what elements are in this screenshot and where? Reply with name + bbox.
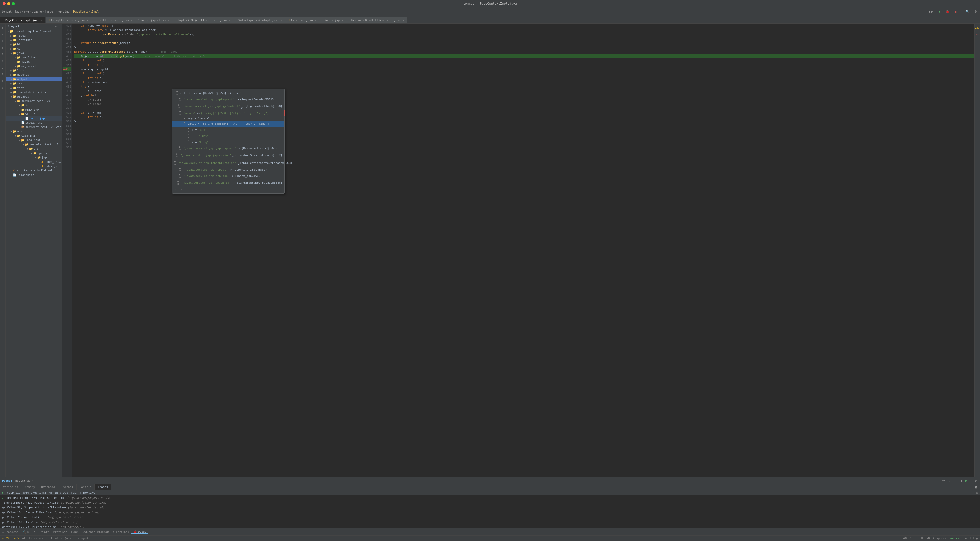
popup-row-jspresponse[interactable]: ▶ ≡ "javax.servlet.jsp.jspResponse" -> {… xyxy=(172,145,285,151)
tree-js[interactable]: ▶ 📁 js xyxy=(6,103,62,108)
filter-icon[interactable]: ⊟ xyxy=(974,485,978,490)
right-icon-error[interactable]: ⚠5 xyxy=(975,32,980,37)
tree-comluban[interactable]: ▶ 📁 com.luban xyxy=(6,55,62,60)
indent[interactable]: 4 spaces xyxy=(933,537,947,540)
popup-row-jspconfig[interactable]: ▶ ≡ "javax.servlet.jsp.jspConfig" -> {St… xyxy=(172,179,285,187)
tab-implicitobjel[interactable]: J ImplicitObjectELResolver.java × xyxy=(172,17,233,23)
frame-item-6[interactable]: getValue:187, ValueExpressionImpl (org.a… xyxy=(0,525,980,528)
bottom-tab-profiler[interactable]: Profiler xyxy=(51,530,69,533)
cursor-position[interactable]: 489:1 xyxy=(903,537,912,540)
tab-close[interactable]: × xyxy=(168,19,169,22)
debug-tab-variables[interactable]: Variables xyxy=(0,484,22,490)
nav-apache[interactable]: apache xyxy=(32,10,42,13)
filter-button[interactable]: ⊟ xyxy=(976,491,978,494)
debug-tab-memory[interactable]: Memory xyxy=(22,484,38,490)
encoding[interactable]: UTF-8 xyxy=(921,537,930,540)
sidebar-settings-icon[interactable]: ⚙ xyxy=(55,25,57,28)
popup-row-1-lucy[interactable]: ▶ = 1 = "lucy" xyxy=(172,133,285,139)
bigdata-icon[interactable]: B xyxy=(0,72,5,77)
tree-servelet-war[interactable]: 📦 servelet-test-1.0.war xyxy=(6,125,62,129)
tree-root-tomcat[interactable]: ▼ 📁 tomcat ~/gitlab/tomcat xyxy=(6,29,62,33)
debug-run-button[interactable]: 🐞 xyxy=(944,10,951,14)
debug-step-out[interactable]: ↑ xyxy=(952,479,956,483)
jsclasses-icon[interactable]: J xyxy=(0,65,5,70)
tree-classpath[interactable]: 📄 .classpath xyxy=(6,173,62,177)
debug-step-over[interactable]: ↷ xyxy=(941,479,946,483)
find-icon[interactable]: F xyxy=(0,46,5,50)
tree-conf[interactable]: ▶ 📁 conf xyxy=(6,47,62,51)
popup-row-jspsession[interactable]: ▶ ≡ "javax.servlet.jsp.jspSession" -> {S… xyxy=(172,151,285,159)
tab-indexjsp[interactable]: J index.jsp × xyxy=(319,17,346,23)
bottom-tab-git[interactable]: ⎇ Git xyxy=(38,530,51,533)
tree-webinf[interactable]: ▼ 📂 WEB-INF xyxy=(6,112,62,116)
popup-forward-button[interactable]: → xyxy=(180,188,183,192)
tab-close[interactable]: × xyxy=(229,19,230,22)
tree-idea[interactable]: ▶ 📁 .idea xyxy=(6,33,62,38)
popup-row-2-king[interactable]: ▶ = 2 = "king" xyxy=(172,139,285,145)
popup-row-jsppage[interactable]: ▶ ≡ "javax.servlet.jsp.jspPage" -> {inde… xyxy=(172,173,285,179)
tree-index-jsp-java2[interactable]: J index_jsp.java xyxy=(6,164,62,168)
run-button[interactable]: ▶ xyxy=(937,10,942,14)
nav-tomcat[interactable]: tomcat xyxy=(2,10,12,13)
tab-close-arrayelresolver[interactable]: × xyxy=(87,19,88,22)
tree-javax[interactable]: ▶ 📁 javax xyxy=(6,60,62,64)
tree-bin[interactable]: ▶ 📁 bin xyxy=(6,42,62,47)
popup-row-jsppagecontext[interactable]: ▶ ≡ "javax.servlet.jsp.jspPageContext" -… xyxy=(172,102,285,110)
tree-test[interactable]: ▶ 📁 test xyxy=(6,86,62,90)
right-icon-gutter[interactable]: ▲29 xyxy=(975,25,980,30)
tree-org[interactable]: ▼ 📂 org xyxy=(6,147,62,151)
maximize-button[interactable] xyxy=(12,2,15,5)
tree-jsp-folder[interactable]: ▼ 📂 jsp xyxy=(6,155,62,160)
line-sep[interactable]: LF xyxy=(915,537,918,540)
popup-row-key-names[interactable]: ▶ key = "names" xyxy=(172,116,285,121)
tab-astvalue[interactable]: J AstValue.java × xyxy=(285,17,319,23)
bottom-tab-build[interactable]: 🔨 Build xyxy=(21,530,38,533)
tree-res[interactable]: ▶ 📁 res xyxy=(6,81,62,86)
popup-back-button[interactable]: ← xyxy=(174,188,177,192)
tab-arrayelresolver[interactable]: J ArrayELResolver.java × xyxy=(46,17,91,23)
odbc-icon[interactable]: O xyxy=(0,86,5,90)
project-icon[interactable]: P xyxy=(0,25,5,30)
debug-step-into[interactable]: ↓ xyxy=(947,479,951,483)
nav-runtime[interactable]: runtime xyxy=(57,10,69,13)
bottom-tab-terminal[interactable]: ⌘ Terminal xyxy=(111,530,131,533)
popup-row-0-xlj[interactable]: ▶ = 0 = "xlj" xyxy=(172,127,285,133)
tab-close[interactable]: × xyxy=(342,19,343,22)
debug-tab-overhead[interactable]: Overhead xyxy=(38,484,58,490)
stop-button[interactable]: ◼ xyxy=(953,10,958,14)
tree-work[interactable]: ▼ 📂 work xyxy=(6,129,62,133)
debug-tab-console[interactable]: Console xyxy=(76,484,95,490)
tree-localhost[interactable]: ▼ 📂 localhost xyxy=(6,138,62,142)
nav-org[interactable]: org xyxy=(24,10,29,13)
tree-index-html[interactable]: 📄 index.html xyxy=(6,121,62,125)
bottom-tab-problems[interactable]: ⚠ Problems xyxy=(0,530,21,533)
tree-logs[interactable]: ▶ 📁 logs xyxy=(6,68,62,73)
popup-row-jspout[interactable]: ▶ ≡ "javax.servlet.jsp.jspOut" -> {JspWr… xyxy=(172,167,285,173)
popup-row-value-names[interactable]: ▼ = value = {String[3]@3584} ["xlj", "lu… xyxy=(172,121,285,127)
frame-item-0[interactable]: ✓ doFindAttribute:489, PageContextImpl (… xyxy=(0,495,980,500)
popup-row-jsprequest[interactable]: ▶ ≡ "javax.servlet.jsp.jspRequest" -> {R… xyxy=(172,96,285,102)
debug-config[interactable]: Bootstrap × xyxy=(15,479,33,482)
bottom-tab-debug[interactable]: 🐞 Debug xyxy=(131,530,148,534)
debug-tab-frames[interactable]: Frames xyxy=(95,484,111,490)
tree-webapps[interactable]: ▼ 📂 webapps xyxy=(6,94,62,99)
tree-servelet-test[interactable]: ▼ 📂 servelet-test-1.0 xyxy=(6,99,62,103)
ant-icon[interactable]: A xyxy=(0,59,5,63)
tab-close[interactable]: × xyxy=(281,19,283,22)
problems-count[interactable]: ⚠ 29 ⊘ 5 xyxy=(2,537,19,540)
tab-index-jsp-class[interactable]: C index_jsp.class × xyxy=(135,17,172,23)
vcs-button[interactable]: Git: xyxy=(928,10,935,14)
popup-row-header[interactable]: ▼ ≡ attributes = {HashMap@3559} size = 9 xyxy=(172,90,285,96)
frame-item-4[interactable]: getValue:71, AstIdentifier (org.apache.e… xyxy=(0,515,980,520)
debug-run-to-cursor[interactable]: →| xyxy=(957,479,963,483)
debug-tab-threads[interactable]: Threads xyxy=(58,484,76,490)
frame-item-3[interactable]: getValue:104, JasperELResolver (org.apac… xyxy=(0,510,980,515)
tab-resourcebundleel[interactable]: J ResourceBundleELResolver.java × xyxy=(346,17,407,23)
tab-valueexpr[interactable]: J ValueExpressionImpl.java × xyxy=(233,17,285,23)
close-button[interactable] xyxy=(3,2,6,5)
search-everywhere-button[interactable]: 🔍 xyxy=(964,10,971,14)
bookmarks-icon[interactable]: B xyxy=(0,39,5,43)
tree-modules[interactable]: ▶ 📁 modules xyxy=(6,73,62,77)
tree-index-jsp-java[interactable]: J index_jsp.java xyxy=(6,160,62,164)
frame-item-2[interactable]: getValue:56, ScopedAttributeELResolver (… xyxy=(0,505,980,510)
